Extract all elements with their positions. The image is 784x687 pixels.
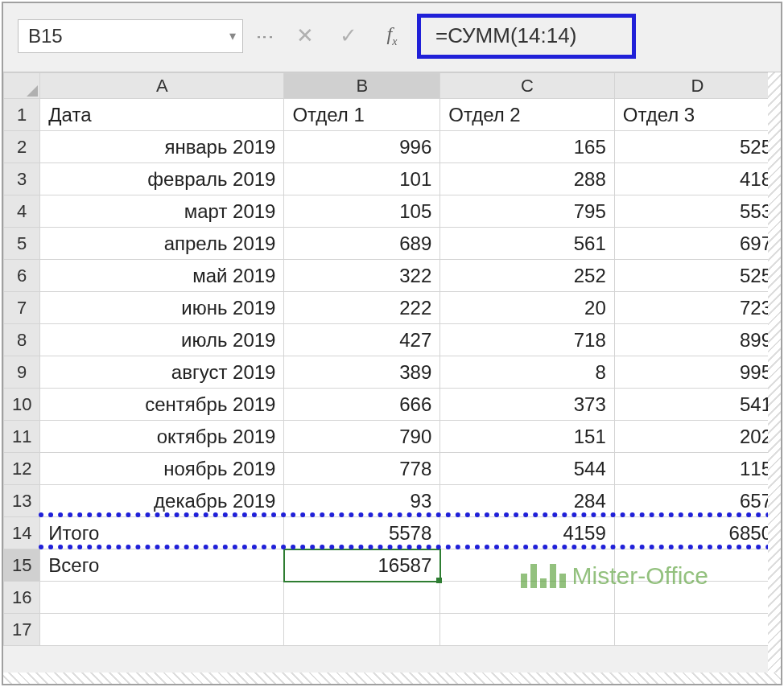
cell[interactable]: 418 bbox=[614, 163, 780, 195]
cell[interactable]: 689 bbox=[284, 228, 440, 260]
cell[interactable]: декабрь 2019 bbox=[40, 485, 284, 517]
row-header[interactable]: 17 bbox=[4, 614, 40, 646]
cell[interactable]: 790 bbox=[284, 421, 440, 453]
cell[interactable]: 525 bbox=[614, 260, 780, 292]
cell[interactable] bbox=[440, 614, 615, 646]
cell[interactable]: 105 bbox=[284, 195, 440, 228]
cell-D14[interactable]: 6850 bbox=[614, 517, 780, 549]
cell[interactable]: 373 bbox=[440, 389, 615, 421]
cell[interactable]: 657 bbox=[614, 485, 780, 517]
cell-B15[interactable]: 16587 bbox=[284, 549, 440, 582]
col-header-A[interactable]: A bbox=[40, 73, 284, 99]
cell[interactable] bbox=[40, 614, 284, 646]
accept-formula-button[interactable]: ✓ bbox=[327, 19, 370, 53]
cell[interactable]: 252 bbox=[440, 260, 615, 292]
cell[interactable]: 697 bbox=[614, 228, 780, 260]
cell-B14[interactable]: 5578 bbox=[284, 517, 440, 549]
cell[interactable]: 115 bbox=[614, 453, 780, 485]
row-header[interactable]: 2 bbox=[4, 131, 40, 163]
cell[interactable]: 995 bbox=[614, 356, 780, 389]
cell[interactable]: 553 bbox=[614, 195, 780, 228]
spreadsheet-grid[interactable]: A B C D 1 Дата Отдел 1 Отдел 2 Отдел 3 2 bbox=[3, 72, 781, 646]
cell[interactable]: 996 bbox=[284, 131, 440, 163]
row-header[interactable]: 11 bbox=[4, 421, 40, 453]
watermark: Mister-Office bbox=[521, 562, 708, 590]
cell[interactable]: 525 bbox=[614, 131, 780, 163]
select-all-corner[interactable] bbox=[4, 73, 40, 99]
cell[interactable] bbox=[284, 614, 440, 646]
insert-function-button[interactable]: fx bbox=[370, 19, 414, 53]
cell-B1[interactable]: Отдел 1 bbox=[284, 99, 440, 131]
cell[interactable]: 723 bbox=[614, 292, 780, 324]
cell[interactable]: 151 bbox=[440, 421, 615, 453]
separator-dots-icon: ⋮ bbox=[254, 28, 275, 44]
torn-edge-bottom bbox=[3, 673, 781, 684]
row-header[interactable]: 9 bbox=[4, 356, 40, 389]
cell[interactable]: 561 bbox=[440, 228, 615, 260]
cell[interactable]: ноябрь 2019 bbox=[40, 453, 284, 485]
table-row: 12 ноябрь 2019 778 544 115 bbox=[4, 453, 781, 485]
row-header[interactable]: 1 bbox=[4, 99, 40, 131]
cell[interactable]: август 2019 bbox=[40, 356, 284, 389]
cell[interactable]: 427 bbox=[284, 324, 440, 356]
app-window: B15 ▾ ⋮ ✕ ✓ fx A B C bbox=[2, 2, 782, 685]
cell[interactable]: июнь 2019 bbox=[40, 292, 284, 324]
cell-A14[interactable]: Итого bbox=[40, 517, 284, 549]
cell-C14[interactable]: 4159 bbox=[440, 517, 615, 549]
row-header[interactable]: 5 bbox=[4, 228, 40, 260]
cell[interactable]: октябрь 2019 bbox=[40, 421, 284, 453]
cell[interactable] bbox=[614, 614, 780, 646]
cell[interactable]: январь 2019 bbox=[40, 131, 284, 163]
row-header[interactable]: 8 bbox=[4, 324, 40, 356]
cell[interactable]: 778 bbox=[284, 453, 440, 485]
row-header[interactable]: 10 bbox=[4, 389, 40, 421]
cell[interactable]: 322 bbox=[284, 260, 440, 292]
cell[interactable]: 202 bbox=[614, 421, 780, 453]
name-box[interactable]: B15 ▾ bbox=[18, 19, 243, 53]
cell-C1[interactable]: Отдел 2 bbox=[440, 99, 615, 131]
row-header[interactable]: 16 bbox=[4, 582, 40, 614]
cell[interactable]: 795 bbox=[440, 195, 615, 228]
row-header[interactable]: 13 bbox=[4, 485, 40, 517]
cell[interactable]: 541 bbox=[614, 389, 780, 421]
col-header-D[interactable]: D bbox=[614, 73, 780, 99]
cell[interactable] bbox=[40, 582, 284, 614]
cell[interactable]: сентябрь 2019 bbox=[40, 389, 284, 421]
cell[interactable]: июль 2019 bbox=[40, 324, 284, 356]
row-header[interactable]: 12 bbox=[4, 453, 40, 485]
cell[interactable]: февраль 2019 bbox=[40, 163, 284, 195]
cell[interactable]: март 2019 bbox=[40, 195, 284, 228]
formula-input[interactable] bbox=[434, 23, 619, 49]
check-icon: ✓ bbox=[340, 23, 357, 48]
cell-A1[interactable]: Дата bbox=[40, 99, 284, 131]
cell[interactable] bbox=[284, 582, 440, 614]
cancel-formula-button[interactable]: ✕ bbox=[283, 19, 327, 53]
cell[interactable]: май 2019 bbox=[40, 260, 284, 292]
cell[interactable]: 101 bbox=[284, 163, 440, 195]
row-header[interactable]: 3 bbox=[4, 163, 40, 195]
cell[interactable]: 288 bbox=[440, 163, 615, 195]
name-box-dropdown-icon[interactable]: ▾ bbox=[229, 28, 236, 43]
cell[interactable]: 544 bbox=[440, 453, 615, 485]
row-header[interactable]: 7 bbox=[4, 292, 40, 324]
cell[interactable]: апрель 2019 bbox=[40, 228, 284, 260]
cell[interactable]: 222 bbox=[284, 292, 440, 324]
cell[interactable]: 165 bbox=[440, 131, 615, 163]
cell[interactable]: 899 bbox=[614, 324, 780, 356]
col-header-B[interactable]: B bbox=[284, 73, 440, 99]
cell[interactable]: 389 bbox=[284, 356, 440, 389]
cell-A15[interactable]: Всего bbox=[40, 549, 284, 582]
cell[interactable]: 93 bbox=[284, 485, 440, 517]
cell[interactable]: 8 bbox=[440, 356, 615, 389]
cell[interactable]: 666 bbox=[284, 389, 440, 421]
cell[interactable]: 284 bbox=[440, 485, 615, 517]
row-header[interactable]: 15 bbox=[4, 549, 40, 582]
cell[interactable]: 20 bbox=[440, 292, 615, 324]
row-header[interactable]: 6 bbox=[4, 260, 40, 292]
cell-D1[interactable]: Отдел 3 bbox=[614, 99, 780, 131]
row-header[interactable]: 14 bbox=[4, 517, 40, 549]
table-row: 7 июнь 2019 222 20 723 bbox=[4, 292, 781, 324]
cell[interactable]: 718 bbox=[440, 324, 615, 356]
col-header-C[interactable]: C bbox=[440, 73, 615, 99]
row-header[interactable]: 4 bbox=[4, 195, 40, 228]
